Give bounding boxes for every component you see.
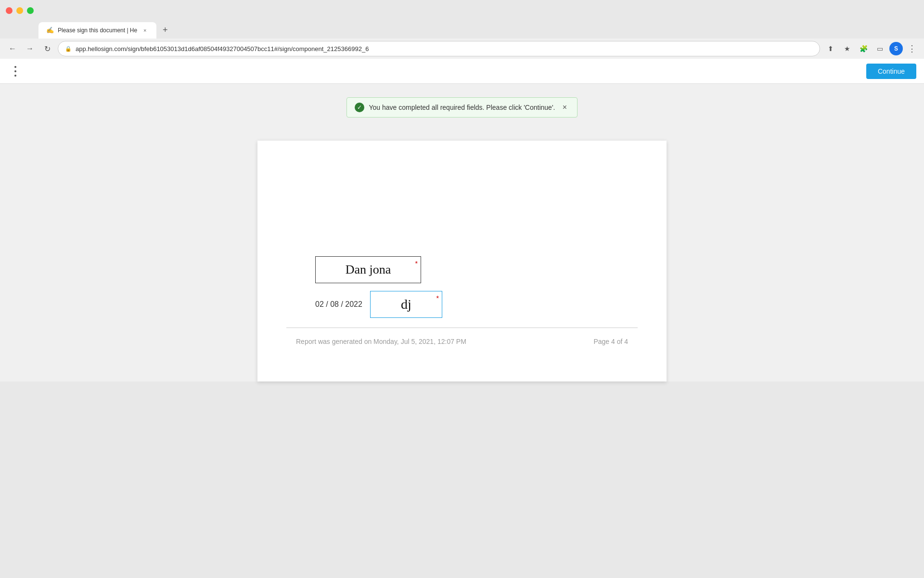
tab-title: Please sign this document | He	[58, 27, 137, 34]
initials-required-marker: *	[436, 294, 438, 302]
profile-avatar[interactable]: S	[889, 42, 903, 55]
tab-close-button[interactable]: ×	[141, 26, 149, 34]
forward-button[interactable]: →	[23, 42, 37, 55]
back-button[interactable]: ←	[6, 42, 19, 55]
signature-block: Dan jona * 02 / 08 / 2022 dj *	[315, 256, 442, 318]
toolbar-menu-button[interactable]	[8, 64, 23, 79]
refresh-button[interactable]: ↻	[40, 42, 54, 55]
continue-button[interactable]: Continue	[866, 64, 916, 79]
app-toolbar: Continue	[0, 59, 924, 84]
cast-button[interactable]: ▭	[873, 42, 886, 55]
success-message: You have completed all required fields. …	[369, 104, 555, 111]
document-page: Dan jona * 02 / 08 / 2022 dj *	[257, 141, 667, 381]
tab-favicon-icon: ✍	[46, 26, 54, 34]
signature-field-row: Dan jona *	[315, 256, 442, 283]
url-text: app.hellosign.com/sign/bfeb61053013d1d6a…	[76, 45, 813, 53]
signature-value: Dan jona	[346, 263, 391, 277]
success-icon: ✓	[355, 103, 364, 112]
date-value: 02 / 08 / 2022	[315, 300, 362, 309]
banner-close-button[interactable]: ×	[560, 103, 569, 112]
tabs-bar: ✍ Please sign this document | He × +	[0, 21, 924, 39]
new-tab-button[interactable]: +	[158, 23, 172, 37]
document-area: Dan jona * 02 / 08 / 2022 dj *	[0, 131, 924, 578]
main-content: ✓ You have completed all required fields…	[0, 84, 924, 578]
signature-field[interactable]: Dan jona *	[315, 256, 421, 283]
browser-more-button[interactable]: ⋮	[906, 43, 918, 54]
initials-field[interactable]: dj *	[370, 291, 442, 318]
footer-report-text: Report was generated on Monday, Jul 5, 2…	[296, 338, 466, 345]
lock-icon: 🔒	[65, 46, 72, 52]
active-tab[interactable]: ✍ Please sign this document | He ×	[38, 22, 156, 39]
below-document-area	[0, 381, 924, 578]
maximize-window-button[interactable]	[27, 7, 34, 14]
address-bar[interactable]: 🔒 app.hellosign.com/sign/bfeb61053013d1d…	[58, 41, 820, 56]
browser-actions: ⬆ ★ 🧩 ▭ S ⋮	[824, 42, 918, 55]
close-window-button[interactable]	[6, 7, 13, 14]
date-initials-row: 02 / 08 / 2022 dj *	[315, 291, 442, 318]
traffic-lights	[6, 7, 34, 14]
extension-button[interactable]: 🧩	[857, 42, 870, 55]
signature-required-marker: *	[415, 260, 418, 267]
share-button[interactable]: ⬆	[824, 42, 837, 55]
document-content: Dan jona * 02 / 08 / 2022 dj *	[286, 160, 638, 318]
initials-value: dj	[401, 297, 411, 312]
document-divider	[286, 328, 638, 328]
bookmark-button[interactable]: ★	[840, 42, 854, 55]
address-bar-row: ← → ↻ 🔒 app.hellosign.com/sign/bfeb61053…	[0, 39, 924, 59]
page-indicator: Page 4 of 4	[593, 338, 628, 345]
minimize-window-button[interactable]	[16, 7, 23, 14]
success-banner: ✓ You have completed all required fields…	[346, 97, 578, 118]
document-footer: Report was generated on Monday, Jul 5, 2…	[286, 338, 638, 345]
